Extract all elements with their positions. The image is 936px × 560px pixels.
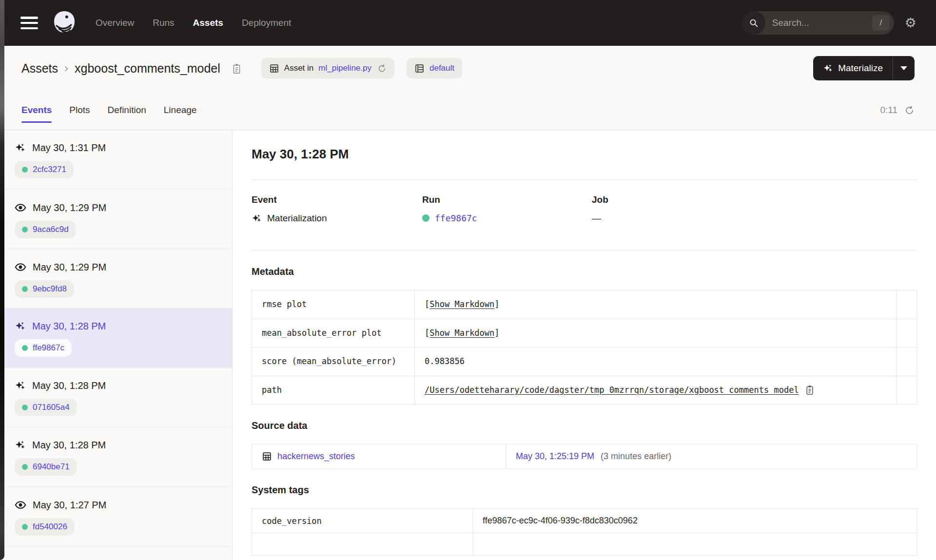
asset-header: Assets › xgboost_comments_model Asset in… [0,46,936,91]
refresh-icon[interactable] [904,105,915,116]
tabs-list: EventsPlotsDefinitionLineage [21,91,196,130]
metadata-key: mean_absolute_error plot [252,319,415,348]
run-id-badge[interactable]: fd540026 [15,518,75,536]
metadata-key: score (mean_absolute_error) [252,348,415,376]
materialization-sparkle-icon [15,321,26,332]
run-status-dot [22,405,28,410]
event-list-item[interactable]: May 30, 1:29 PM 9ebc9fd8 [0,249,232,309]
run-id-badge[interactable]: 2cfc3271 [15,161,74,178]
refresh-timer-wrap: 0:11 [880,105,915,116]
table-row: hackernews_stories May 30, 1:25:19 PM (3… [252,444,917,469]
run-id-badge[interactable]: 071605a4 [15,399,77,416]
source-asset-link[interactable]: hackernews_stories [262,451,496,462]
hamburger-menu-icon[interactable] [20,17,38,29]
breadcrumb-separator: › [64,61,68,75]
run-status-dot [22,227,28,232]
observation-eye-icon [15,261,26,273]
run-id-link[interactable]: ffe9867c [435,213,477,223]
run-status-dot [22,286,28,292]
system-tags-table: code_version ffe9867c-ec9c-4f06-939c-f8d… [252,508,917,556]
repo-icon [414,63,425,74]
nav-links: OverviewRunsAssetsDeployment [96,18,291,28]
copy-asset-name-icon[interactable] [232,63,242,74]
search-box[interactable]: / [742,11,894,35]
observation-eye-icon [15,499,26,511]
window-edge-strip [0,0,4,560]
materialization-sparkle-icon [15,440,26,451]
materialize-button[interactable]: Materialize [813,56,893,80]
event-list-partial-row [0,546,232,560]
repo-badge[interactable]: default [407,58,462,78]
metadata-key: path [252,376,415,405]
tab-plots[interactable]: Plots [69,91,90,130]
event-list-item[interactable]: May 30, 1:28 PM 071605a4 [0,368,232,427]
run-id-badge[interactable]: 9ebc9fd8 [15,280,74,298]
materialization-sparkle-icon [252,213,262,224]
storage-path-link[interactable]: /Users/odetteharary/code/dagster/tmp_0mz… [425,384,799,397]
run-id-badge[interactable]: ffe9867c [15,339,72,357]
system-tags-heading: System tags [252,484,917,496]
refresh-countdown: 0:11 [880,105,897,116]
metadata-key: rmse plot [252,290,415,319]
show-markdown-link[interactable]: [Show Markdown] [425,328,500,338]
materialization-sparkle-icon [15,380,26,391]
table-row: code_version ffe9867c-ec9c-4f06-939c-f8d… [252,509,917,533]
run-status-dot [422,214,429,222]
nav-item-deployment[interactable]: Deployment [242,18,291,28]
source-data-heading: Source data [252,420,917,431]
event-detail-title: May 30, 1:28 PM [252,147,917,162]
table-row [252,533,917,556]
nav-item-overview[interactable]: Overview [96,18,134,28]
breadcrumb-assets-link[interactable]: Assets [21,61,58,76]
job-column-label: Job [592,194,917,205]
tab-definition[interactable]: Definition [108,91,146,130]
event-timestamp: May 30, 1:31 PM [32,142,106,154]
source-time-note: (3 minutes earlier) [601,451,671,461]
event-timestamp: May 30, 1:28 PM [32,321,106,332]
event-list-item[interactable]: May 30, 1:29 PM 9aca6c9d [0,190,232,249]
dagster-logo-icon[interactable] [51,9,78,37]
asset-tabs-row: EventsPlotsDefinitionLineage 0:11 [0,91,936,130]
asset-location-prefix: Asset in [284,63,313,73]
materialize-split-button: Materialize [813,56,915,80]
observation-eye-icon [15,202,26,213]
asset-location-badge[interactable]: Asset in ml_pipeline.py [261,58,394,78]
event-timestamp: May 30, 1:27 PM [33,500,106,511]
nav-item-runs[interactable]: Runs [153,18,174,28]
copy-path-icon[interactable] [805,385,815,395]
event-list: May 30, 1:31 PM 2cfc3271 May 30, 1:29 PM… [0,130,233,560]
source-materialization-time-link[interactable]: May 30, 1:25:19 PM [516,451,594,461]
source-data-table: hackernews_stories May 30, 1:25:19 PM (3… [252,444,917,469]
top-nav: OverviewRunsAssetsDeployment / ⚙ [0,0,936,46]
event-list-item[interactable]: May 30, 1:31 PM 2cfc3271 [0,130,232,190]
search-icon [742,11,765,35]
run-id-badge[interactable]: 6940be71 [15,458,77,476]
materialization-sparkle-icon [15,142,26,154]
search-input[interactable] [771,17,844,29]
event-column-label: Event [252,194,422,205]
event-timestamp: May 30, 1:28 PM [32,380,106,391]
run-status-dot [22,464,28,470]
event-list-item[interactable]: May 30, 1:28 PM ffe9867c [0,309,232,368]
metadata-heading: Metadata [252,266,917,277]
tab-events[interactable]: Events [21,91,52,130]
system-tag-value: ffe9867c-ec9c-4f06-939c-f8dc830c0962 [473,509,917,533]
nav-item-assets[interactable]: Assets [193,18,223,28]
event-list-item[interactable]: May 30, 1:28 PM 6940be71 [0,427,232,487]
table-row: score (mean_absolute_error) 0.983856 [252,348,917,376]
event-list-item[interactable]: May 30, 1:27 PM fd540026 [0,487,232,546]
materialize-options-button[interactable] [893,56,915,80]
asset-file-link[interactable]: ml_pipeline.py [318,63,371,73]
materialize-sparkle-icon [823,63,833,74]
search-shortcut-key: / [872,15,890,31]
tab-lineage[interactable]: Lineage [164,91,197,130]
show-markdown-link[interactable]: [Show Markdown] [425,299,500,309]
breadcrumb: Assets › xgboost_comments_model [21,61,242,76]
run-status-dot [22,524,28,530]
run-id-badge[interactable]: 9aca6c9d [15,221,76,238]
repo-name-link[interactable]: default [429,63,454,73]
gear-icon[interactable]: ⚙ [905,17,916,30]
table-row: mean_absolute_error plot [Show Markdown] [252,319,917,348]
table-row: rmse plot [Show Markdown] [252,290,917,319]
reload-code-location-icon[interactable] [377,64,387,73]
